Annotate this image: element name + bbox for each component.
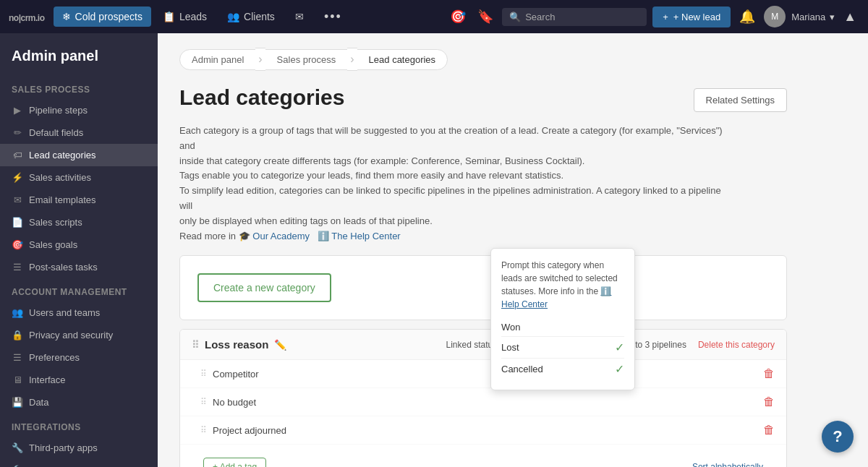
delete-tag-project-adjourned[interactable]: 🗑 xyxy=(763,424,775,437)
nav-right-section: 🎯 🔖 🔍 + + New lead 🔔 M Mariana ▾ ▲ xyxy=(447,6,859,27)
data-icon: 💾 xyxy=(12,397,23,408)
privacy-security-icon: 🔒 xyxy=(12,330,23,340)
drag-handle-icon[interactable]: ⠿ xyxy=(192,339,199,351)
sales-activities-icon: ⚡ xyxy=(12,172,23,183)
new-lead-button[interactable]: + + New lead xyxy=(652,7,731,27)
pipeline-steps-icon: ▶ xyxy=(12,105,23,116)
edit-category-icon[interactable]: ✏️ xyxy=(274,339,286,351)
sidebar-item-default-fields[interactable]: ✏ Default fields xyxy=(0,121,158,144)
default-fields-icon: ✏ xyxy=(12,127,23,138)
avatar[interactable]: M xyxy=(764,6,786,27)
breadcrumb-lead-categories[interactable]: Lead categories xyxy=(357,49,448,70)
scroll-up-icon[interactable]: ▲ xyxy=(841,7,859,27)
page-description: Each category is a group of tags that wi… xyxy=(179,124,729,244)
sidebar-section-sales-process: Sales process xyxy=(0,76,158,99)
content-inner: Admin panel › Sales process › Lead categ… xyxy=(158,33,809,467)
sidebar: Admin panel Sales process ▶ Pipeline ste… xyxy=(0,33,158,467)
leads-icon: 📋 xyxy=(163,11,175,22)
target-icon[interactable]: 🎯 xyxy=(447,6,469,27)
search-input[interactable] xyxy=(525,12,639,22)
bell-icon[interactable]: 🔔 xyxy=(736,6,758,27)
tag-name-project-adjourned: ⠿ Project adjourned xyxy=(200,425,286,436)
create-category-button[interactable]: Create a new category xyxy=(197,273,331,302)
cold-prospects-icon: ❄ xyxy=(62,11,71,22)
tag-row-project-adjourned: ⠿ Project adjourned 🗑 xyxy=(180,416,786,445)
help-button[interactable]: ? xyxy=(822,421,854,453)
nav-clients[interactable]: 👥 Clients xyxy=(218,7,284,27)
tag-drag-handle-2[interactable]: ⠿ xyxy=(200,397,207,407)
sidebar-item-sales-goals[interactable]: 🎯 Sales goals xyxy=(0,234,158,256)
tag-name-no-budget: ⠿ No budget xyxy=(200,397,256,408)
academy-link[interactable]: 🎓 Our Academy xyxy=(239,231,312,241)
delete-tag-no-budget[interactable]: 🗑 xyxy=(763,395,775,408)
nav-more[interactable]: ••• xyxy=(315,5,351,29)
categories-container: Create a new category Prompt this catego… xyxy=(179,255,787,467)
breadcrumb-sep-2: › xyxy=(347,48,357,71)
tag-row-no-budget: ⠿ No budget 🗑 xyxy=(180,388,786,416)
tooltip-row-won: Won xyxy=(501,318,624,337)
info-circle-icon: ℹ️ xyxy=(600,286,611,296)
nav-cold-prospects[interactable]: ❄ Cold prospects xyxy=(54,7,151,27)
sidebar-item-third-party-apps[interactable]: 🔧 Third-party apps xyxy=(0,437,158,459)
category-footer: + Add a tag Sort alphabetically xyxy=(180,445,786,467)
sidebar-item-lead-categories[interactable]: 🏷 Lead categories xyxy=(0,144,158,166)
sales-goals-icon: 🎯 xyxy=(12,239,23,250)
sidebar-item-built-in-tools[interactable]: 🔨 Built-in tools xyxy=(0,459,158,467)
sidebar-item-sales-activities[interactable]: ⚡ Sales activities xyxy=(0,166,158,189)
breadcrumb-sales-process[interactable]: Sales process xyxy=(265,49,349,70)
main-layout: Admin panel Sales process ▶ Pipeline ste… xyxy=(0,33,868,467)
clients-icon: 👥 xyxy=(227,11,239,22)
sidebar-section-account: Account management xyxy=(0,278,158,301)
tooltip-row-lost: Lost ✓ xyxy=(501,337,624,359)
sidebar-item-interface[interactable]: 🖥 Interface xyxy=(0,369,158,391)
delete-category-button[interactable]: Delete this category xyxy=(698,340,775,350)
tag-drag-handle-3[interactable]: ⠿ xyxy=(200,425,207,435)
users-teams-icon: 👥 xyxy=(12,307,23,318)
tag-row-competitor: ⠿ Competitor 🗑 xyxy=(180,360,786,388)
user-name: Mariana xyxy=(791,12,825,22)
chevron-down-icon: ▾ xyxy=(830,12,835,22)
tag-name-competitor: ⠿ Competitor xyxy=(200,369,259,380)
lead-categories-icon: 🏷 xyxy=(12,150,23,160)
breadcrumb-admin-panel[interactable]: Admin panel xyxy=(179,49,256,70)
sidebar-item-email-templates[interactable]: ✉ Email templates xyxy=(0,189,158,211)
tag-drag-handle[interactable]: ⠿ xyxy=(200,369,207,379)
lost-check-icon: ✓ xyxy=(615,340,624,354)
nav-email[interactable]: ✉ xyxy=(286,7,312,27)
sidebar-item-privacy-security[interactable]: 🔒 Privacy and security xyxy=(0,324,158,346)
sidebar-item-preferences[interactable]: ☰ Preferences xyxy=(0,346,158,369)
breadcrumb-sep-1: › xyxy=(255,48,265,71)
sidebar-item-users-teams[interactable]: 👥 Users and teams xyxy=(0,301,158,324)
top-navigation: no|crm.io ❄ Cold prospects 📋 Leads 👥 Cli… xyxy=(0,0,868,33)
app-logo[interactable]: no|crm.io xyxy=(9,11,45,23)
search-icon: 🔍 xyxy=(509,12,521,22)
third-party-apps-icon: 🔧 xyxy=(12,442,23,453)
interface-icon: 🖥 xyxy=(12,374,23,385)
user-menu[interactable]: Mariana ▾ xyxy=(791,12,835,22)
email-icon: ✉ xyxy=(295,11,304,22)
category-name-label: ⠿ Loss reason ✏️ xyxy=(192,338,286,351)
post-sales-tasks-icon: ☰ xyxy=(12,262,23,273)
page-title: Lead categories xyxy=(179,85,344,110)
sidebar-item-post-sales-tasks[interactable]: ☰ Post-sales tasks xyxy=(0,256,158,278)
info-icon: ℹ️ xyxy=(318,231,329,241)
bookmark-icon[interactable]: 🔖 xyxy=(475,6,496,27)
category-header: ⠿ Loss reason ✏️ Linked statuses ▼ Lost … xyxy=(180,330,786,360)
tooltip-popup: Prompt this category when leads are swit… xyxy=(490,248,635,390)
search-box[interactable]: 🔍 xyxy=(502,8,647,26)
sales-scripts-icon: 📄 xyxy=(12,217,23,228)
create-category-section: Create a new category xyxy=(179,255,787,320)
sidebar-item-data[interactable]: 💾 Data xyxy=(0,391,158,414)
nav-leads[interactable]: 📋 Leads xyxy=(154,7,216,27)
related-settings-button[interactable]: Related Settings xyxy=(694,88,787,112)
help-center-link[interactable]: ℹ️ The Help Center xyxy=(318,231,401,241)
sidebar-item-pipeline-steps[interactable]: ▶ Pipeline steps xyxy=(0,99,158,121)
plus-icon: + xyxy=(663,12,668,22)
sidebar-item-sales-scripts[interactable]: 📄 Sales scripts xyxy=(0,211,158,234)
cancelled-check-icon: ✓ xyxy=(615,362,624,376)
academy-icon: 🎓 xyxy=(239,231,250,241)
add-tag-button[interactable]: + Add a tag xyxy=(203,458,266,467)
delete-tag-competitor[interactable]: 🗑 xyxy=(763,367,775,380)
sort-alphabetically-link[interactable]: Sort alphabetically xyxy=(692,462,763,467)
sidebar-section-integrations: Integrations xyxy=(0,414,158,437)
